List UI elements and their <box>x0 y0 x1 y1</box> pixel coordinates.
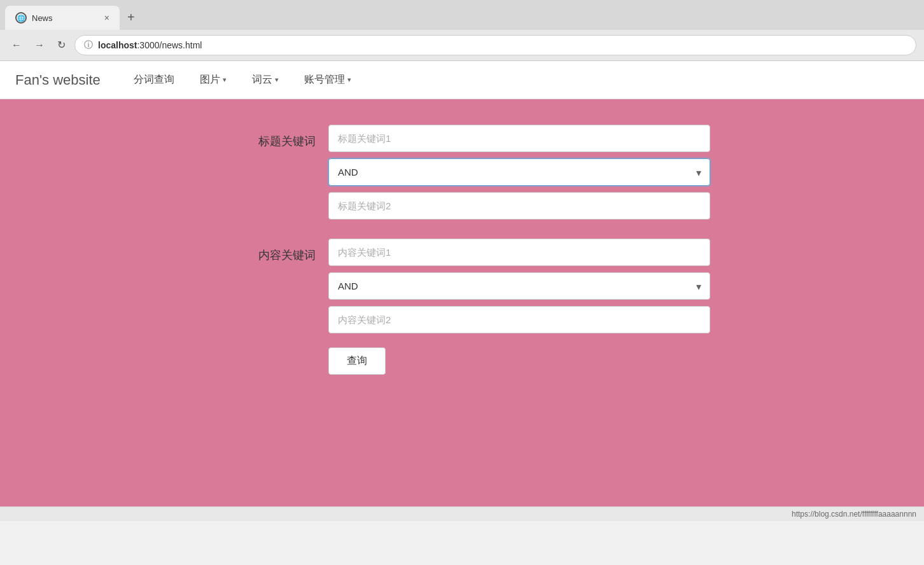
title-keyword2-input[interactable] <box>328 192 710 220</box>
url-domain: localhost <box>98 40 137 50</box>
tab-title: News <box>32 13 99 23</box>
submit-button[interactable]: 查询 <box>328 347 386 375</box>
nav-label-ciyun: 词云 <box>252 73 272 87</box>
nav-item-zhanghaoguanli[interactable]: 账号管理 ▾ <box>291 62 364 98</box>
nav-item-ciyun[interactable]: 词云 ▾ <box>239 62 291 98</box>
nav-label-zhanghaoguanli: 账号管理 <box>304 73 345 87</box>
title-operator-wrapper: AND OR NOT <box>328 158 710 186</box>
title-operator-group: AND OR NOT <box>328 158 710 186</box>
site-logo[interactable]: Fan's website <box>15 72 101 88</box>
title-keyword1-input[interactable] <box>328 125 710 152</box>
url-bar[interactable]: ⓘ localhost:3000/news.html <box>74 35 916 55</box>
active-tab[interactable]: 🌐 News × <box>5 6 120 30</box>
title-keywords-row: 标题关键词 AND OR NOT <box>214 125 710 226</box>
browser-chrome: 🌐 News × + ← → ↻ ⓘ localhost:3000/news.h… <box>0 0 924 61</box>
title-fields: AND OR NOT <box>328 125 710 226</box>
content-label: 内容关键词 <box>214 239 328 263</box>
content-keyword1-input[interactable] <box>328 239 710 266</box>
zhanghao-chevron-icon: ▾ <box>347 76 351 84</box>
content-keyword2-input[interactable] <box>328 306 710 333</box>
content-operator-wrapper: AND OR NOT <box>328 272 710 300</box>
tab-close-button[interactable]: × <box>104 13 109 22</box>
reload-button[interactable]: ↻ <box>53 38 69 53</box>
url-text: localhost:3000/news.html <box>98 40 202 50</box>
main-content: 标题关键词 AND OR NOT <box>0 99 924 506</box>
forward-button[interactable]: → <box>31 38 48 53</box>
site-navigation: Fan's website 分词查询 图片 ▾ 词云 ▾ 账号管理 ▾ <box>0 61 924 99</box>
search-form-container: 标题关键词 AND OR NOT <box>176 125 748 375</box>
content-operator-select[interactable]: AND OR NOT <box>328 272 710 300</box>
nav-item-fencixunwen[interactable]: 分词查询 <box>121 62 187 98</box>
address-bar: ← → ↻ ⓘ localhost:3000/news.html <box>0 30 924 61</box>
tupian-chevron-icon: ▾ <box>223 76 227 84</box>
title-operator-select[interactable]: AND OR NOT <box>328 158 710 186</box>
tab-favicon: 🌐 <box>15 12 27 24</box>
submit-row: 查询 <box>328 340 710 375</box>
nav-label-tupian: 图片 <box>200 73 220 87</box>
content-keywords-row: 内容关键词 AND OR NOT <box>214 239 710 375</box>
title-kw2-group <box>328 192 710 220</box>
ciyun-chevron-icon: ▾ <box>275 76 279 84</box>
title-kw1-group <box>328 125 710 152</box>
url-path: :3000/news.html <box>137 40 202 50</box>
status-url: https://blog.csdn.net/ffffffffaaaaannnn <box>792 510 916 519</box>
title-label: 标题关键词 <box>214 125 328 149</box>
content-fields: AND OR NOT 查询 <box>328 239 710 375</box>
content-kw2-group <box>328 306 710 333</box>
content-kw1-group <box>328 239 710 266</box>
new-tab-button[interactable]: + <box>120 5 143 30</box>
status-bar: https://blog.csdn.net/ffffffffaaaaannnn <box>0 506 924 521</box>
info-icon: ⓘ <box>84 39 93 51</box>
nav-label-fencixunwen: 分词查询 <box>134 73 174 87</box>
content-operator-group: AND OR NOT <box>328 272 710 300</box>
back-button[interactable]: ← <box>8 38 25 53</box>
section-spacer <box>214 226 710 239</box>
tab-bar: 🌐 News × + <box>0 0 924 30</box>
nav-item-tupian[interactable]: 图片 ▾ <box>187 62 239 98</box>
